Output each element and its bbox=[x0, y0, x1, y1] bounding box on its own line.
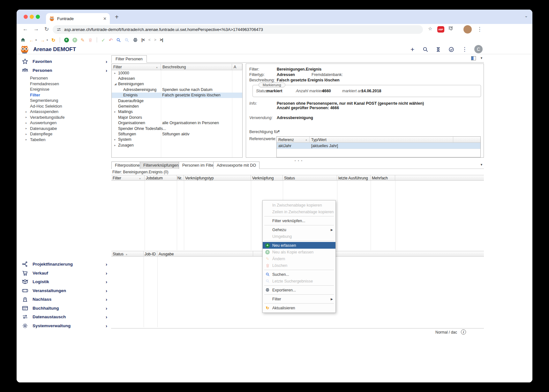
tab-adressexporte-mit-do[interactable]: Adressexporte mit DO bbox=[213, 162, 259, 169]
tree-row[interactable]: ▸Zusagen bbox=[112, 142, 242, 148]
tab-filter-personen[interactable]: Filter Personen bbox=[111, 55, 147, 63]
tab-search-chevron-icon[interactable]: ⌄ bbox=[524, 13, 528, 18]
hourglass-icon[interactable] bbox=[436, 47, 441, 52]
sidebar-item-buchhaltung[interactable]: Buchhaltung› bbox=[17, 304, 111, 313]
sidebar-item-personen-sub[interactable]: Personen bbox=[30, 75, 111, 81]
search-icon[interactable] bbox=[116, 38, 121, 42]
col-header[interactable]: letzte Ausführung bbox=[337, 175, 371, 181]
tree-row[interactable]: Adressen bbox=[112, 76, 242, 81]
macos-close-button[interactable] bbox=[24, 15, 28, 19]
col-header[interactable]: Mehrfach bbox=[371, 175, 395, 181]
address-bar[interactable]: asp.arenae.ch/funtrade-demoft/funtrade#c… bbox=[53, 25, 423, 34]
sidebar-item-fremdadressen[interactable]: Fremdadressen bbox=[30, 81, 111, 87]
sidebar-item-personen[interactable]: Personen › bbox=[17, 66, 111, 75]
nav-forward-icon[interactable]: → bbox=[40, 38, 45, 42]
first-page-icon[interactable]: |< bbox=[141, 38, 145, 42]
delete-trash-icon[interactable] bbox=[88, 38, 93, 42]
confirm-check-icon[interactable]: ✓ bbox=[101, 38, 105, 42]
reload-icon[interactable]: ↻ bbox=[44, 26, 49, 33]
sidebar-item-favoriten[interactable]: Favoriten › bbox=[17, 57, 111, 66]
edit-pencil-icon[interactable]: ✎ bbox=[81, 38, 85, 42]
tree-row[interactable]: Spender Ohne Todesfalls... bbox=[112, 126, 242, 131]
tree-row[interactable]: Daueraufträge bbox=[112, 98, 242, 103]
sidebar-item-filter[interactable]: Filter bbox=[30, 92, 111, 98]
home-icon[interactable] bbox=[20, 37, 26, 42]
add-plus-icon[interactable]: + bbox=[410, 46, 414, 53]
split-layout-icon[interactable] bbox=[471, 56, 476, 60]
menu-item-gehezu[interactable]: Gehezu▶ bbox=[263, 226, 335, 233]
extensions-puzzle-icon[interactable] bbox=[448, 26, 453, 31]
new-copy-icon[interactable]: + bbox=[72, 38, 77, 42]
user-avatar[interactable]: C bbox=[474, 45, 483, 53]
sidebar-item-datenpflege[interactable]: ▸Datenpflege bbox=[30, 131, 111, 137]
sidebar-item-nachlass[interactable]: Nachlass› bbox=[17, 295, 111, 304]
next-page-icon[interactable]: > bbox=[154, 38, 156, 42]
menu-item-filter-verknuepfen[interactable]: Filter verknüpfen... bbox=[263, 217, 335, 224]
macos-minimize-button[interactable] bbox=[30, 15, 34, 19]
nav-forward-caret-icon[interactable]: ▾ bbox=[47, 39, 48, 41]
col-header[interactable]: Filter▲ bbox=[111, 175, 145, 181]
search-results-icon[interactable] bbox=[124, 38, 129, 42]
col-header[interactable]: Verknüpfungstyp bbox=[184, 175, 251, 181]
prev-page-icon[interactable]: < bbox=[148, 38, 151, 42]
sidebar-item-verkauf[interactable]: Verkauf› bbox=[17, 269, 111, 278]
lower-panel-chevron-icon[interactable]: ▼ bbox=[480, 163, 483, 166]
col-header[interactable]: Job-ID bbox=[144, 251, 157, 257]
sidebar-item-ereignisse[interactable]: Ereignisse bbox=[30, 87, 111, 92]
tree-row[interactable]: Major Donors bbox=[112, 115, 242, 120]
referenz-row-empty[interactable] bbox=[277, 149, 480, 155]
sidebar-item-logistik[interactable]: Logistik› bbox=[17, 277, 111, 286]
sidebar-item-systemverwaltung[interactable]: Systemverwaltung› bbox=[17, 321, 111, 330]
sidebar-item-datenaustausch[interactable]: Datenaustausch› bbox=[17, 313, 111, 321]
sidebar-item-auswertungen[interactable]: ▸Auswertungen bbox=[30, 120, 111, 126]
print-icon[interactable] bbox=[133, 38, 138, 42]
col-header-beschreibung[interactable]: Beschreibung bbox=[161, 64, 232, 70]
menu-item-exportieren[interactable]: Exportieren... bbox=[263, 287, 335, 293]
tree-row[interactable]: ▸System bbox=[112, 137, 242, 142]
col-header[interactable]: Status▲ bbox=[111, 251, 144, 257]
tab-personen-im-filter[interactable]: Personen im Filter bbox=[179, 162, 218, 169]
refresh-icon[interactable]: ↻ bbox=[51, 38, 56, 42]
tree-row[interactable]: StiftungenStiftungen aktiv bbox=[112, 131, 242, 137]
tree-row[interactable]: Organisationenalle Organisationen in Per… bbox=[112, 120, 242, 126]
sidebar-item-adhoc-selektion[interactable]: Ad-Hoc Selektion bbox=[30, 103, 111, 109]
tree-row[interactable]: ▸10000 bbox=[112, 70, 242, 76]
col-header-referenz[interactable]: Referenz▲ bbox=[277, 137, 310, 143]
tree-row-selected[interactable]: EreignisFalsch gesetzte Ereignis löschen bbox=[112, 93, 242, 98]
forward-icon[interactable]: → bbox=[34, 26, 39, 32]
panel-menu-chevron-icon[interactable]: ▼ bbox=[480, 57, 483, 60]
menu-item-suchen[interactable]: Suchen... bbox=[263, 271, 335, 278]
col-header-typwert[interactable]: Typ/Wert bbox=[310, 137, 453, 143]
tab-close-icon[interactable]: ✕ bbox=[103, 16, 107, 21]
referenz-row-selected[interactable]: aktJahr [aktuelles Jahr] bbox=[277, 143, 480, 149]
app-menu-kebab-icon[interactable]: ⋮ bbox=[462, 46, 467, 53]
sidebar-item-verarbeitungslaeufe[interactable]: ▸Verarbeitungsläufe bbox=[30, 115, 111, 120]
col-header[interactable]: Nr. bbox=[177, 175, 184, 181]
col-header-filter[interactable]: Filter▲ bbox=[112, 64, 161, 70]
check-circle-icon[interactable] bbox=[448, 47, 454, 52]
site-settings-icon[interactable] bbox=[56, 27, 61, 32]
col-header[interactable]: Verknüpfung bbox=[251, 175, 283, 181]
sidebar-item-segmentierung[interactable]: Segmentierung bbox=[30, 98, 111, 103]
new-tab-button[interactable]: + bbox=[115, 13, 119, 21]
undo-icon[interactable]: ↶ bbox=[109, 38, 113, 42]
tab-filterverknuepfungen[interactable]: Filterverknüpfungen bbox=[140, 162, 182, 169]
bookmark-star-icon[interactable]: ☆ bbox=[428, 26, 432, 32]
last-page-icon[interactable]: >| bbox=[160, 38, 163, 42]
sidebar-item-projektfinanzierung[interactable]: Projektfinanzierung› bbox=[17, 260, 111, 269]
sidebar-item-tabellen[interactable]: ▸Tabellen bbox=[30, 137, 111, 143]
new-record-icon[interactable]: + bbox=[64, 38, 69, 42]
menu-item-filter[interactable]: Filter▶ bbox=[263, 296, 335, 302]
sidebar-item-veranstaltungen[interactable]: Veranstaltungen› bbox=[17, 286, 111, 295]
tree-row[interactable]: Gemeinden bbox=[112, 103, 242, 109]
tree-row[interactable]: AdressbereinigungSpenden suche nach Datu… bbox=[112, 87, 242, 92]
adblock-extension-icon[interactable]: ABP bbox=[437, 26, 444, 33]
sidebar-item-datenausgabe[interactable]: ▸Datenausgabe bbox=[30, 126, 111, 132]
col-header[interactable]: Ausgabe bbox=[157, 251, 253, 257]
global-search-icon[interactable] bbox=[423, 47, 428, 52]
sidebar-item-anlassspenden[interactable]: ▸Anlassspenden bbox=[30, 109, 111, 115]
browser-tab[interactable]: Funtrade ✕ bbox=[46, 13, 110, 24]
col-header[interactable]: Status bbox=[283, 175, 337, 181]
tree-row[interactable]: ▸Mailings bbox=[112, 109, 242, 115]
tree-row[interactable]: ◢Bereinigungen bbox=[112, 81, 242, 87]
